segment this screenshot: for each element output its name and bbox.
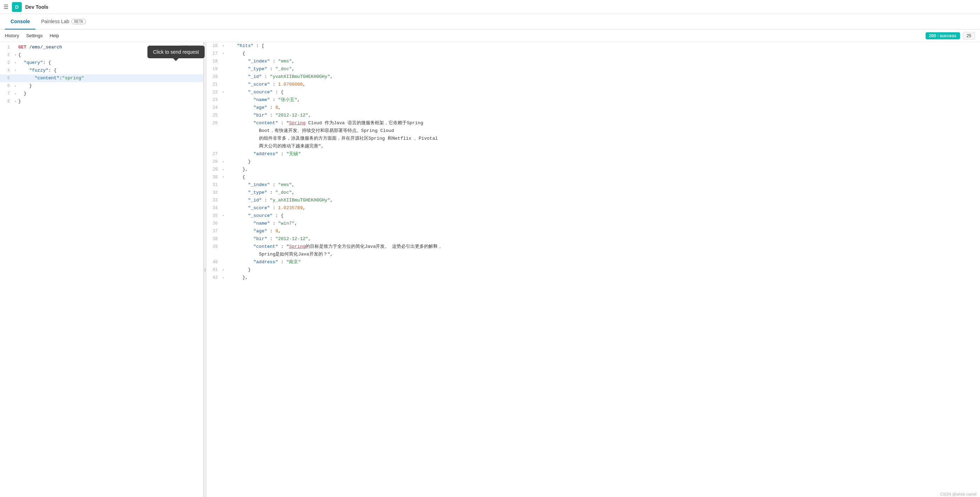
- result-line-34: 34 "_score" : 1.0235789,: [207, 204, 980, 212]
- toolbar-help[interactable]: Help: [49, 33, 59, 38]
- result-line-42: 42 ▴ },: [207, 274, 980, 282]
- result-line-22: 22 ▾ "_source" : {: [207, 88, 980, 96]
- status-pill: 200 - success: [926, 32, 960, 39]
- main-content: Click to send request ▶ 1 GET /ems/_sear…: [0, 42, 980, 497]
- result-line-26: 26 "content" : "Spring Cloud 作为Java 语言的微…: [207, 119, 980, 150]
- result-line-18: 18 "_index" : "ems",: [207, 57, 980, 65]
- app-title: Dev Tools: [25, 4, 48, 10]
- tab-console[interactable]: Console: [5, 14, 35, 29]
- result-line-27: 27 "address" : "无锡": [207, 150, 980, 158]
- toolbar: History Settings Help 200 - success 25: [0, 29, 980, 42]
- result-line-19: 19 "_type" : "_doc",: [207, 65, 980, 73]
- result-line-38: 38 "bir" : "2012-12-12",: [207, 235, 980, 243]
- top-bar: ☰ D Dev Tools: [0, 0, 980, 14]
- app-logo: D: [12, 2, 22, 12]
- toolbar-settings[interactable]: Settings: [26, 33, 43, 38]
- count-pill: 25: [963, 32, 975, 40]
- beta-badge: BETA: [71, 19, 86, 24]
- result-line-20: 20 "_id" : "yvahXIIBmuTGHEKH0GHy",: [207, 73, 980, 81]
- editor-line-3: 3 ▾ "query": {: [0, 59, 203, 67]
- result-line-41: 41 ▴ }: [207, 266, 980, 274]
- editor-line-8: 8 ▴ }: [0, 97, 203, 105]
- nav-tabs: Console Painless Lab BETA: [0, 14, 980, 29]
- hamburger-icon[interactable]: ☰: [3, 3, 8, 10]
- tab-painless-lab[interactable]: Painless Lab BETA: [35, 14, 92, 29]
- result-line-37: 37 "age" : 9,: [207, 228, 980, 235]
- editor-line-5: 5 "content":"spring": [0, 75, 203, 82]
- result-line-30: 30 ▾ {: [207, 174, 980, 181]
- editor-panel: Click to send request ▶ 1 GET /ems/_sear…: [0, 42, 204, 497]
- results-panel: 16 ▾ "hits" : [ 17 ▾ { 18 "_index" : "em…: [207, 42, 980, 497]
- status-badge-area: 200 - success 25: [926, 32, 975, 40]
- result-line-23: 23 "name" : "张小五",: [207, 96, 980, 104]
- toolbar-history[interactable]: History: [5, 33, 19, 38]
- result-line-16: 16 ▾ "hits" : [: [207, 42, 980, 50]
- result-line-28: 28 ▴ }: [207, 158, 980, 166]
- result-line-17: 17 ▾ {: [207, 50, 980, 57]
- editor-line-4: 4 ▾ "fuzzy": {: [0, 67, 203, 75]
- editor-line-6: 6 ▴ }: [0, 82, 203, 90]
- result-line-24: 24 "age" : 8,: [207, 104, 980, 112]
- result-line-31: 31 "_index" : "ems",: [207, 181, 980, 189]
- footer: CSDN @white camel: [937, 491, 980, 497]
- panel-divider[interactable]: ‖: [204, 42, 207, 497]
- result-line-29: 29 ▴ },: [207, 166, 980, 174]
- result-line-21: 21 "_score" : 1.0708888,: [207, 81, 980, 88]
- result-line-32: 32 "_type" : "_doc",: [207, 189, 980, 196]
- code-editor[interactable]: 1 GET /ems/_search 2 ▾ { 3 ▾ "query": { …: [0, 42, 203, 497]
- tooltip: Click to send request: [148, 46, 205, 58]
- result-line-25: 25 "bir" : "2012-12-12",: [207, 112, 980, 119]
- editor-line-7: 7 ▴ }: [0, 90, 203, 97]
- result-line-36: 36 "name" : "win7",: [207, 220, 980, 228]
- result-line-35: 35 ▾ "_source" : {: [207, 212, 980, 220]
- result-line-40: 40 "address" : "南京": [207, 258, 980, 266]
- result-line-39: 39 "content" : "Spring的目标是致力于全方位的简化Java开…: [207, 243, 980, 258]
- result-line-33: 33 "_id" : "y_ahXIIBmuTGHEKH0GHy",: [207, 196, 980, 204]
